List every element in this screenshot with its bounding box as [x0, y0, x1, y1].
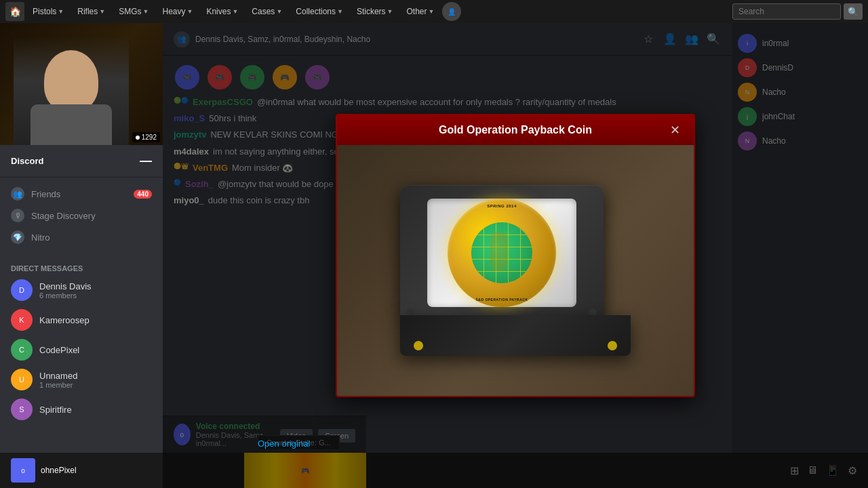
home-button[interactable]: 🏠: [5, 2, 24, 21]
discord-friends[interactable]: 👥 Friends 440: [0, 183, 163, 205]
dm-avatar-kameron: K: [11, 309, 33, 331]
viewer-count: 1292: [132, 132, 160, 142]
streamer-camera: 1292: [0, 23, 163, 145]
top-navigation: 🏠 Pistols ▼ Rifles ▼ SMGs ▼ Heavy ▼ Kniv…: [0, 0, 868, 23]
dm-avatar-codepixel: C: [11, 339, 33, 361]
cam-shirt: [31, 104, 112, 145]
dm-unnamed[interactable]: U Unnamed 1 member: [0, 365, 163, 394]
streamer-person: [14, 37, 129, 145]
dm-section: DIRECT MESSAGES D Dennis Davis 6 members…: [0, 253, 163, 430]
dm-avatar-dennis: D: [11, 279, 33, 301]
close-discord-icon[interactable]: —: [140, 154, 152, 168]
friends-icon: 👥: [11, 187, 24, 201]
bottom-username: ohnePixel: [41, 466, 77, 475]
nav-heavy[interactable]: Heavy ▼: [157, 4, 198, 19]
bottom-avatar: o: [11, 458, 35, 483]
discord-header: Discord —: [0, 145, 163, 178]
nitro-icon: 💎: [11, 230, 24, 244]
modal-close-button[interactable]: ✕: [667, 122, 683, 138]
bottom-left-controls: o ohnePixel: [11, 458, 77, 483]
modal-body: SPRING 2014 S&D OPERATION PAYBACK: [337, 145, 694, 396]
discord-nitro[interactable]: 💎 Nitro: [0, 226, 163, 248]
nav-stickers[interactable]: Stickers ▼: [351, 4, 399, 19]
dm-avatar-unnamed: U: [11, 369, 33, 390]
game-modal: Gold Operation Payback Coin ✕: [336, 114, 695, 397]
dm-kameronsep[interactable]: K Kameroosep: [0, 305, 163, 335]
user-avatar[interactable]: 👤: [442, 2, 461, 21]
nav-rifles[interactable]: Rifles ▼: [72, 4, 111, 19]
game-modal-overlay: Gold Operation Payback Coin ✕: [163, 23, 868, 488]
stage-icon: 🎙: [11, 209, 24, 222]
modal-header: Gold Operation Payback Coin ✕: [337, 115, 694, 145]
coin-display: SPRING 2014 S&D OPERATION PAYBACK: [400, 185, 631, 356]
nav-smgs[interactable]: SMGs ▼: [113, 4, 154, 19]
discord-stage-discovery[interactable]: 🎙 Stage Discovery: [0, 205, 163, 226]
coin-box: SPRING 2014 S&D OPERATION PAYBACK: [400, 185, 604, 321]
discord-sidebar: Discord — 👥 Friends 440 🎙 Stage Discover…: [0, 145, 163, 453]
coin-globe: [471, 222, 532, 283]
nav-cases[interactable]: Cases ▼: [246, 4, 288, 19]
dm-spiritfire[interactable]: S Spiritfire: [0, 394, 163, 424]
live-dot: [136, 136, 140, 140]
search-container: 🔍: [732, 3, 863, 20]
dm-avatar-spiritfire: S: [11, 399, 33, 420]
coin-white-box: SPRING 2014 S&D OPERATION PAYBACK: [427, 199, 576, 307]
coin-pedestal: [400, 315, 631, 356]
search-input[interactable]: [732, 3, 841, 20]
search-button[interactable]: 🔍: [844, 3, 863, 20]
open-original-link[interactable]: Open original: [258, 439, 310, 449]
cam-face: [44, 50, 98, 111]
globe-lines: [471, 222, 532, 283]
discord-nav-section: 👥 Friends 440 🎙 Stage Discovery 💎 Nitro: [0, 178, 163, 253]
nav-knives[interactable]: Knives ▼: [201, 4, 243, 19]
dm-dennis-davis[interactable]: D Dennis Davis 6 members: [0, 275, 163, 305]
nav-collections[interactable]: Collections ▼: [290, 4, 349, 19]
nav-pistols[interactable]: Pistols ▼: [27, 4, 69, 19]
gold-coin: SPRING 2014 S&D OPERATION PAYBACK: [448, 199, 556, 307]
dm-codepixel[interactable]: C CodePixel: [0, 335, 163, 365]
nav-other[interactable]: Other ▼: [401, 4, 440, 19]
